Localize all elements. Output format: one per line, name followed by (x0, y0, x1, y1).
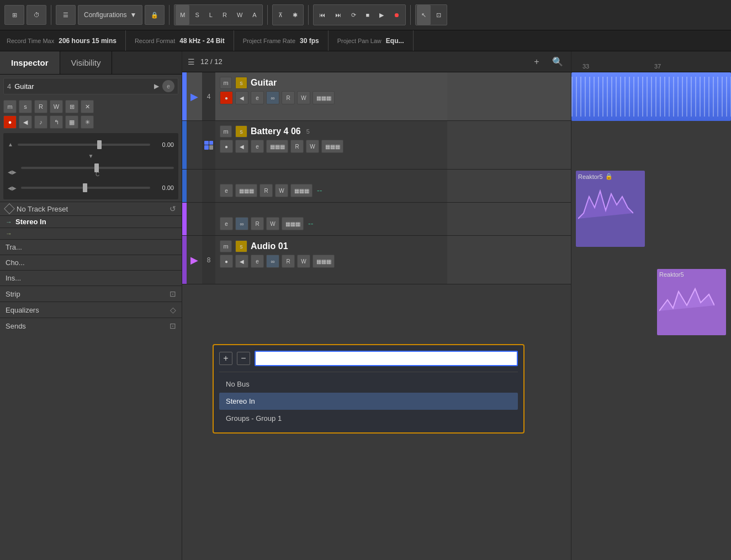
track-lanes-btn[interactable]: ▦▦▦ (282, 217, 304, 230)
settings-btn[interactable]: ✳ (81, 115, 94, 129)
record-arm-btn[interactable]: ● (3, 115, 17, 129)
track-button-row: ● ◀ e ∞ R W ▦▦▦ (220, 255, 443, 268)
track-mute-btn[interactable]: m (220, 240, 232, 252)
cycle-btn[interactable]: ⟳ (347, 5, 361, 25)
lock-icon[interactable]: 🔒 (145, 5, 165, 25)
track-lanes-btn[interactable]: ▦▦▦ (321, 140, 343, 153)
add-track-btn[interactable]: + (529, 54, 544, 70)
clip-reaktor-2[interactable]: Reaktor5 (657, 269, 726, 335)
cursor-btn[interactable]: ↖ (417, 5, 431, 25)
track-record-btn[interactable]: ● (220, 91, 233, 104)
track-write-btn[interactable]: W (297, 91, 310, 104)
volume-fader-handle[interactable] (97, 140, 102, 149)
track-read-btn[interactable]: R (290, 140, 304, 153)
output-row[interactable]: → (0, 228, 182, 239)
stereo-in-row[interactable]: → Stereo In (0, 215, 182, 228)
track-read-btn[interactable]: R (259, 184, 273, 197)
quantize-icon[interactable]: ✱ (288, 5, 302, 25)
equalizers-section[interactable]: Equalizers ◇ (0, 302, 182, 318)
w-btn[interactable]: W (232, 5, 247, 25)
r-btn[interactable]: R (218, 5, 231, 25)
track-link-btn[interactable]: ∞ (235, 217, 248, 230)
track-selector[interactable]: 4 Guitar ▶ e (3, 78, 178, 94)
track-lanes-btn[interactable]: ▦▦▦ (290, 184, 312, 197)
track-mute-btn[interactable]: m (220, 125, 232, 138)
remove-btn[interactable]: ✕ (81, 100, 94, 113)
monitor-btn[interactable]: ◀ (19, 115, 32, 129)
track-mute-btn[interactable]: m (220, 77, 232, 89)
note-btn[interactable]: ♪ (34, 115, 47, 129)
m-btn[interactable]: M (176, 5, 189, 25)
a-btn[interactable]: A (248, 5, 261, 25)
track-write-btn[interactable]: W (297, 255, 310, 268)
track-edit-btn[interactable]: e (251, 91, 264, 104)
track-record-btn[interactable]: ● (220, 255, 233, 268)
write-btn[interactable]: W (50, 100, 63, 113)
preset-reset-btn[interactable]: ↺ (169, 204, 176, 213)
dropdown-search-input[interactable] (255, 351, 518, 366)
strip-section[interactable]: Strip ⊡ (0, 286, 182, 302)
freeze-btn[interactable]: ↰ (50, 115, 63, 129)
track-lanes-btn[interactable]: ▦▦▦ (312, 91, 335, 104)
track-link-btn[interactable]: ∞ (266, 91, 279, 104)
track-e-button[interactable]: e (162, 80, 174, 92)
track-monitor-btn[interactable]: ◀ (235, 91, 248, 104)
volume-fader-track[interactable] (18, 144, 150, 146)
list-item[interactable]: Stereo In (219, 393, 518, 410)
pan-fader-handle[interactable] (94, 163, 99, 172)
l-btn[interactable]: L (205, 5, 217, 25)
list-icon[interactable]: ☰ (56, 5, 76, 25)
track-monitor-btn[interactable]: ◀ (235, 255, 248, 268)
send-fader-handle[interactable] (83, 183, 87, 192)
list-item[interactable]: Groups - Group 1 (219, 410, 518, 427)
lanes-btn[interactable]: ⊞ (65, 100, 78, 113)
track-read-btn[interactable]: R (251, 217, 264, 230)
pan-fader-track[interactable] (21, 167, 174, 169)
tab-visibility[interactable]: Visibility (60, 51, 113, 74)
mute-btn[interactable]: m (3, 100, 17, 113)
track-write-btn[interactable]: W (275, 184, 288, 197)
rewind-btn[interactable]: ⏮ (315, 5, 330, 25)
list-item[interactable]: No Bus (219, 376, 518, 393)
chord-section[interactable]: Cho... (0, 255, 182, 270)
cursor-alt-btn[interactable]: ⊡ (432, 5, 446, 25)
track-edit-btn[interactable]: e (251, 255, 264, 268)
solo-btn[interactable]: s (19, 100, 32, 113)
dropdown-add-btn[interactable]: + (219, 352, 232, 365)
sends-section[interactable]: Sends ⊡ (0, 318, 182, 334)
s-btn[interactable]: S (190, 5, 203, 25)
dropdown-remove-btn[interactable]: − (237, 352, 250, 365)
tiles-icon[interactable]: ⊞ (4, 5, 24, 25)
play-btn[interactable]: ▶ (375, 5, 388, 25)
lanes2-btn[interactable]: ▦ (65, 115, 78, 129)
track-read-btn[interactable]: R (282, 91, 295, 104)
track-edit-btn[interactable]: e (220, 184, 233, 197)
track-link-btn[interactable]: ∞ (266, 255, 279, 268)
tab-inspector[interactable]: Inspector (0, 51, 60, 74)
track-monitor-btn[interactable]: ◀ (235, 140, 248, 153)
track-read-btn[interactable]: R (282, 255, 295, 268)
track-solo-btn[interactable]: s (235, 77, 247, 89)
fastforward-btn[interactable]: ⏭ (331, 5, 346, 25)
track-solo-btn[interactable]: s (235, 125, 247, 138)
clock-icon[interactable]: ⏱ (27, 5, 46, 25)
track-record-btn[interactable]: ● (220, 140, 233, 153)
insert-section[interactable]: Ins... (0, 270, 182, 286)
send-fader-track[interactable] (21, 187, 150, 189)
track-lanes-btn[interactable]: ▦▦▦ (312, 255, 335, 268)
track-section[interactable]: Tra... (0, 239, 182, 255)
snap-icon[interactable]: ⊼ (274, 5, 287, 25)
track-write-btn[interactable]: W (266, 217, 279, 230)
track-edit-btn[interactable]: e (220, 217, 233, 230)
stop-btn[interactable]: ■ (362, 5, 374, 25)
track-edit-btn[interactable]: e (251, 140, 264, 153)
track-solo-btn[interactable]: s (235, 240, 247, 252)
clip-reaktor-1[interactable]: Reaktor5 🔒 (576, 171, 645, 247)
track-levels-btn[interactable]: ▦▦▦ (266, 140, 288, 153)
read-btn[interactable]: R (34, 100, 47, 113)
record-btn[interactable]: ⏺ (389, 5, 404, 25)
search-tracks-btn[interactable]: 🔍 (550, 54, 565, 70)
track-write-btn[interactable]: W (306, 140, 319, 153)
track-levels-btn[interactable]: ▦▦▦ (235, 184, 257, 197)
configurations-button[interactable]: Configurations ▼ (78, 5, 142, 25)
